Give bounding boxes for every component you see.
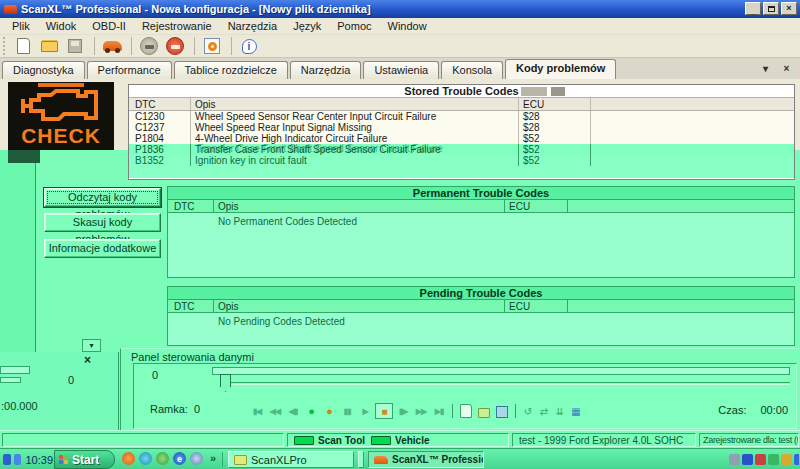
column-blank [568,300,794,312]
skip-end-button[interactable]: ▶▮ [431,404,447,419]
tab-tablice-rozdzielcze[interactable]: Tablice rozdzielcze [174,61,288,79]
open-file-button[interactable] [37,36,61,57]
quick-launch-overflow[interactable]: » [210,452,216,464]
restore-icon [768,6,775,12]
record-button[interactable]: ● [303,404,319,419]
disconnect-button[interactable] [163,36,187,57]
connect-button[interactable] [137,36,161,57]
additional-info-button[interactable]: Informacje dodatkowe [44,239,161,258]
tray-volume-icon[interactable] [781,454,792,465]
slider-channel[interactable] [222,382,790,385]
glitch-time-text: :00.000 [1,400,38,412]
toolbar-grip[interactable] [3,37,6,55]
firefox-icon[interactable] [122,452,135,465]
step-back-button[interactable]: ◀▮ [285,404,301,419]
tray-app-icon[interactable] [3,454,11,465]
media-app-icon[interactable] [139,452,152,465]
close-icon: × [786,4,791,13]
marker-button[interactable]: ● [321,404,337,419]
tab-performance[interactable]: Performance [87,61,172,79]
read-codes-button[interactable]: Odczytaj kody problemów [44,188,161,207]
open-log-button[interactable] [476,404,492,419]
step-forward-button[interactable]: ▮▶ [395,404,411,419]
tab-close-button[interactable]: × [779,61,794,75]
menu-narzedzia[interactable]: Narzędzia [220,19,286,33]
table-row[interactable]: P1836 Transfer Case Front Shaft Speed Se… [129,144,794,155]
tab-konsola[interactable]: Konsola [441,61,503,79]
undo-button[interactable]: ↺ [521,404,535,418]
tray-status-icon[interactable] [768,454,779,465]
stored-codes-group: Stored Trouble Codes DTC Opis ECU C1230 … [128,84,795,180]
transfer-button[interactable]: ⇄ [537,404,551,418]
glitch-orange-bar [38,83,84,87]
tab-kody-problemow[interactable]: Kody problemów [505,59,616,79]
table-row[interactable]: P1804 4-Wheel Drive High Indicator Circu… [129,133,794,144]
frame-label: Ramka: [150,403,188,415]
ring-tool-icon [204,38,220,54]
tray-clipped-icon[interactable] [794,454,799,465]
table-row[interactable]: C1230 Wheel Speed Sensor Rear Center Inp… [129,111,794,122]
new-log-button[interactable] [458,404,474,419]
table-row[interactable]: B1352 Ignition key in circuit fault $52 [129,155,794,166]
menu-plik[interactable]: Plik [4,19,38,33]
tray-mute-icon[interactable] [755,454,766,465]
engine-icon [15,89,107,123]
tab-dropdown-button[interactable]: ▾ [758,61,773,75]
layout-button[interactable] [200,36,224,57]
pending-codes-title: Pending Trouble Codes [168,287,794,300]
play-icon: ▶ [362,407,367,416]
rewind-button[interactable]: ◀◀ [267,404,283,419]
ie-icon[interactable]: e [173,452,186,465]
save-file-button[interactable] [63,36,87,57]
vehicle-button[interactable] [100,36,124,57]
stop-icon: ■ [381,406,386,417]
cell-ecu: $52 [519,155,591,166]
column-ecu: ECU [505,200,568,212]
task-button-scanxl-app[interactable]: ScanXL™ Professional... [368,451,484,468]
tab-ustawienia[interactable]: Ustawienia [363,61,439,79]
ie-letter: e [177,454,182,464]
menu-obd2[interactable]: OBD-II [84,19,134,33]
tab-diagnostyka[interactable]: Diagnostyka [2,61,85,79]
menu-rejestrowanie[interactable]: Rejestrowanie [134,19,220,33]
stop-button[interactable]: ■ [375,403,393,419]
menu-widok[interactable]: Widok [38,19,85,33]
menu-jezyk[interactable]: Język [285,19,329,33]
task-button-scanxlpro[interactable]: ScanXLPro [228,451,354,468]
menu-pomoc[interactable]: Pomoc [329,19,379,33]
pause-button[interactable]: ▮▮ [339,404,355,419]
slider-thumb[interactable] [220,374,231,392]
start-button[interactable]: Start [54,450,115,469]
download-button[interactable]: ⇊ [553,404,567,418]
restore-button[interactable] [763,2,779,15]
messenger-icon[interactable] [156,452,169,465]
close-button[interactable]: × [781,2,797,15]
minimize-button[interactable]: _ [745,2,761,15]
grid-view-button[interactable]: ▦ [569,404,583,418]
tray-network-icon[interactable] [742,454,753,465]
clear-codes-button[interactable]: Skasuj kody problemów [44,213,161,232]
data-control-panel: Panel sterowania danymi 0 Ramka: 0 ▮◀ ◀◀… [120,348,800,430]
menu-window[interactable]: Window [380,19,435,33]
table-row[interactable]: C1237 Wheel Speed Rear Input Signal Miss… [129,122,794,133]
media-player-icon[interactable] [190,452,203,465]
open-folder-icon [41,41,58,52]
info-button[interactable]: i [237,36,261,57]
play-button[interactable]: ▶ [357,404,373,419]
tray-app-icon[interactable] [14,454,22,465]
task-button-label: ScanXLPro [251,454,307,466]
data-panel-body: 0 Ramka: 0 ▮◀ ◀◀ ◀▮ ● ● ▮▮ ▶ ■ ▮▶ ▶▶ ▶ [133,363,797,429]
tab-narzedzia[interactable]: Narzędzia [290,61,362,79]
toolbar-separator [231,37,232,55]
skip-start-button[interactable]: ▮◀ [249,404,265,419]
tray-device-icon[interactable] [729,454,740,465]
cell-ecu: $52 [519,133,591,144]
save-log-button[interactable] [494,404,510,419]
new-file-button[interactable] [11,36,35,57]
slider-value: 0 [152,369,158,381]
glitch-bar [0,377,21,383]
fast-forward-button[interactable]: ▶▶ [413,404,429,419]
taskbar: 10:39 Start e » ScanXLPro ScanXL™ Profes… [0,448,800,469]
windows-flag-icon [59,455,69,465]
progress-track[interactable] [212,367,790,375]
